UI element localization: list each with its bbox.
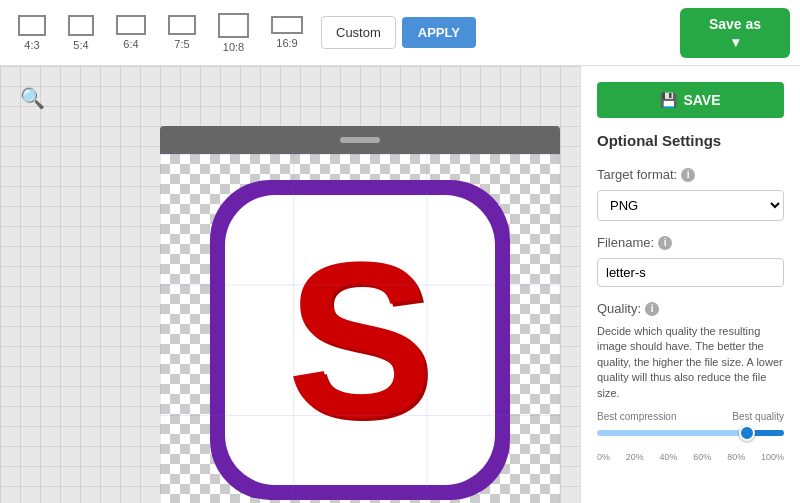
quality-thumb[interactable] [739,425,755,441]
format-select[interactable]: PNG JPG WEBP [597,190,784,221]
quality-description: Decide which quality the resulting image… [597,324,784,401]
optional-settings-title: Optional Settings [597,132,784,149]
format-label: Target format: i [597,167,784,182]
toolbar: 4:3 5:4 6:4 7:5 10:8 16:9 Custom APPLY S… [0,0,800,66]
save-as-button[interactable]: Save as ▾ [680,8,790,58]
best-quality-label: Best quality [732,411,784,422]
quality-field: Quality: i Decide which quality the resu… [597,301,784,462]
canvas-area: 🔍 S [0,66,580,503]
pct-80: 80% [727,452,745,462]
image-frame: S [160,154,560,503]
ratio-label-5-4: 5:4 [73,39,88,51]
apply-button[interactable]: APPLY [402,17,476,48]
filename-label-text: Filename: [597,235,654,250]
format-field: Target format: i PNG JPG WEBP [597,167,784,221]
ratio-icon-16-9 [271,16,303,34]
ratio-label-4-3: 4:3 [24,39,39,51]
ratio-icon-6-4 [116,15,146,35]
save-as-label: Save as [709,16,761,32]
ratio-label-10-8: 10:8 [223,41,244,53]
ratio-btn-10-8[interactable]: 10:8 [210,9,257,57]
format-info-icon[interactable]: i [681,168,695,182]
ratio-icon-7-5 [168,15,196,35]
s-outer-border: S [210,180,510,500]
quality-track [597,430,784,436]
quality-pct-labels: 0% 20% 40% 60% 80% 100% [597,452,784,462]
letter-s-container: S [200,180,520,503]
save-label: SAVE [683,92,720,108]
quality-label-text: Quality: [597,301,641,316]
ratio-label-16-9: 16:9 [276,37,297,49]
ratio-btn-16-9[interactable]: 16:9 [263,12,311,53]
right-panel: 💾 SAVE Optional Settings Target format: … [580,66,800,503]
s-inner-bg: S [225,195,495,485]
filename-info-icon[interactable]: i [658,236,672,250]
quality-endpoint-labels: Best compression Best quality [597,411,784,422]
quality-slider-container [597,430,784,436]
save-floppy-icon: 💾 [660,92,677,108]
ratio-icon-5-4 [68,15,94,36]
drag-bar[interactable] [160,126,560,154]
image-container: S [160,126,560,503]
pct-60: 60% [693,452,711,462]
pct-20: 20% [626,452,644,462]
ratio-label-7-5: 7:5 [174,38,189,50]
save-button[interactable]: 💾 SAVE [597,82,784,118]
custom-button[interactable]: Custom [321,16,396,49]
ratio-btn-5-4[interactable]: 5:4 [60,11,102,55]
format-label-text: Target format: [597,167,677,182]
quality-label: Quality: i [597,301,784,316]
ratio-label-6-4: 6:4 [123,38,138,50]
ratio-btn-6-4[interactable]: 6:4 [108,11,154,54]
filename-input[interactable] [597,258,784,287]
main-area: 🔍 S 💾 SAVE Optional Set [0,66,800,503]
ratio-icon-10-8 [218,13,249,38]
ratio-btn-4-3[interactable]: 4:3 [10,11,54,55]
best-compression-label: Best compression [597,411,676,422]
drag-handle [340,137,380,143]
letter-s-text: S [287,230,434,450]
filename-field: Filename: i [597,235,784,287]
zoom-icon[interactable]: 🔍 [20,86,45,110]
pct-0: 0% [597,452,610,462]
pct-40: 40% [660,452,678,462]
quality-info-icon[interactable]: i [645,302,659,316]
ratio-btn-7-5[interactable]: 7:5 [160,11,204,54]
pct-100: 100% [761,452,784,462]
ratio-icon-4-3 [18,15,46,36]
filename-label: Filename: i [597,235,784,250]
chevron-down-icon: ▾ [732,34,739,50]
